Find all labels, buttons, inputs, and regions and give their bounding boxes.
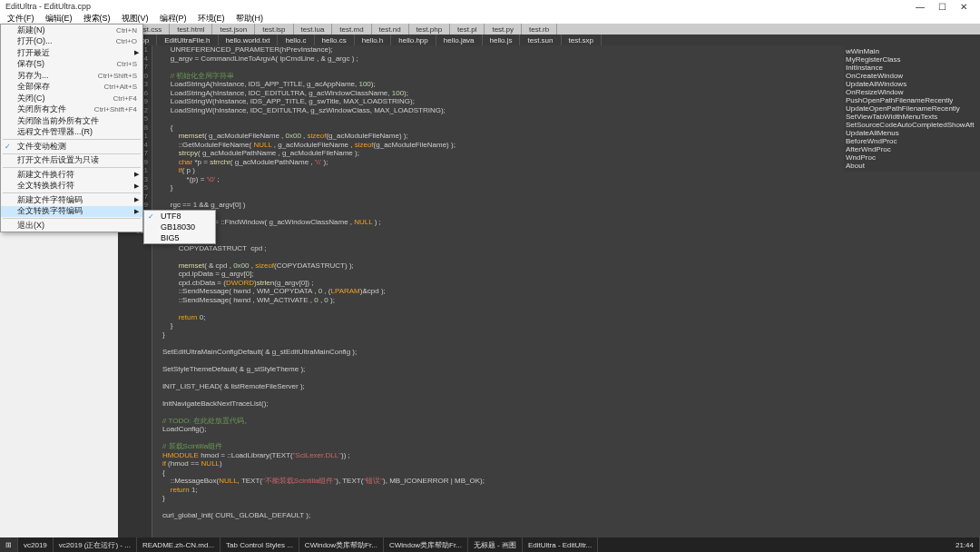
menu-row[interactable]: ✓文件变动检测 bbox=[1, 141, 142, 153]
subtab[interactable]: hello.world.txt bbox=[219, 34, 279, 45]
symbol-item[interactable]: OnCreateWindow bbox=[846, 72, 978, 80]
tab[interactable]: test.php bbox=[409, 24, 450, 34]
symbol-item[interactable]: About bbox=[846, 162, 978, 170]
shortcut: Ctrl+O bbox=[116, 37, 137, 45]
taskbar-item[interactable]: CWindow类库帮助Fr... bbox=[384, 537, 468, 552]
subtab[interactable]: test.sxp bbox=[562, 34, 603, 45]
file-tabs-top: test.ctest.cmaketest.cobaltest.csstest.h… bbox=[0, 24, 980, 34]
subtab[interactable]: hello.hpp bbox=[391, 34, 436, 45]
menu-row[interactable]: 新建文件字符编码▶ bbox=[1, 194, 142, 206]
symbol-item[interactable]: SetViewTabWidthMenuTexts bbox=[846, 113, 978, 121]
encoding-label: GB18030 bbox=[161, 222, 195, 232]
symbol-item[interactable]: OnResizeWindow bbox=[846, 88, 978, 96]
taskbar-item[interactable]: CWindow类库帮助Fr... bbox=[299, 537, 384, 552]
tab[interactable]: test.rb bbox=[522, 24, 557, 34]
menu-item[interactable]: 编辑(E) bbox=[40, 13, 78, 25]
app-title: EditUltra - EditUltra.cpp bbox=[5, 2, 91, 11]
menu-row[interactable]: 新建(N)Ctrl+N bbox=[1, 25, 142, 36]
tab[interactable]: test.pl bbox=[450, 24, 485, 34]
symbol-item[interactable]: MyRegisterClass bbox=[846, 55, 978, 64]
tab[interactable]: test.lsp bbox=[255, 24, 293, 34]
close-button[interactable]: ✕ bbox=[953, 2, 975, 12]
menu-label: 全部保存 bbox=[17, 81, 50, 93]
menu-row[interactable]: 全文转换字符编码▶ bbox=[1, 206, 142, 218]
menu-label: 关闭所有文件 bbox=[17, 104, 66, 115]
symbol-item[interactable]: wWinMain bbox=[846, 47, 978, 55]
tab[interactable]: test.py bbox=[485, 24, 522, 34]
menu-row[interactable]: 远程文件管理器...(R) bbox=[1, 127, 142, 139]
menu-label: 全文转换字符编码 bbox=[17, 205, 83, 217]
menu-row[interactable]: 打开(O)...Ctrl+O bbox=[1, 36, 142, 48]
menu-row[interactable]: 关闭除当前外所有文件 bbox=[1, 115, 142, 127]
subtab[interactable]: hello.h bbox=[355, 34, 392, 45]
menu-row[interactable]: 全文转换换行符▶ bbox=[1, 181, 142, 192]
symbol-item[interactable]: BeforeWndProc bbox=[846, 137, 978, 145]
symbol-item[interactable]: UpdateAllMenus bbox=[846, 129, 978, 137]
chevron-right-icon: ▶ bbox=[134, 182, 139, 190]
tab[interactable]: test.nd bbox=[372, 24, 409, 34]
subtab[interactable]: hello.c bbox=[278, 34, 314, 45]
tab[interactable]: test.html bbox=[170, 24, 212, 34]
tab[interactable]: test.json bbox=[212, 24, 255, 34]
taskbar-item[interactable]: vc2019 (正在运行) - ... bbox=[54, 537, 137, 552]
taskbar-item[interactable]: 无标题 - 画图 bbox=[468, 537, 523, 552]
symbol-item[interactable]: WndProc bbox=[846, 153, 978, 162]
menu-label: 打开文件后设置为只读 bbox=[17, 154, 99, 166]
symbol-item[interactable]: UpdateAllWindows bbox=[846, 80, 978, 88]
subtab[interactable]: hello.js bbox=[483, 34, 521, 45]
encoding-submenu[interactable]: ✓UTF8GB18030BIG5 bbox=[143, 210, 216, 244]
taskbar-clock[interactable]: 21:44 bbox=[950, 537, 980, 552]
taskbar-item[interactable]: README.zh-CN.md... bbox=[137, 537, 220, 552]
tab[interactable]: test.md bbox=[332, 24, 371, 34]
chevron-right-icon: ▶ bbox=[134, 171, 139, 178]
taskbar-item[interactable]: vc2019 bbox=[18, 537, 54, 552]
shortcut: Ctrl+Shift+F4 bbox=[94, 105, 137, 113]
symbol-item[interactable]: SetSourceCodeAutoCompletedShowAft bbox=[846, 121, 978, 129]
symbol-item[interactable]: UpdateOpenPathFilenameRecently bbox=[846, 104, 978, 113]
title-bar: EditUltra - EditUltra.cpp — ☐ ✕ bbox=[0, 0, 980, 13]
menu-label: 打开(O)... bbox=[17, 35, 53, 47]
menu-item[interactable]: 帮助(H) bbox=[230, 13, 270, 25]
encoding-option[interactable]: ✓UTF8 bbox=[144, 211, 215, 222]
symbol-item[interactable]: InitInstance bbox=[846, 64, 978, 72]
taskbar-item[interactable]: Tab Control Styles ... bbox=[220, 537, 299, 552]
menu-row[interactable]: 保存(S)Ctrl+S bbox=[1, 59, 142, 71]
taskbar-item[interactable]: EditUltra - EditUltr... bbox=[523, 537, 598, 552]
subtab[interactable]: hello.cs bbox=[315, 34, 355, 45]
shortcut: Ctrl+F4 bbox=[113, 94, 137, 103]
menu-item[interactable]: 视图(V) bbox=[116, 13, 154, 25]
menu-row[interactable]: 全部保存Ctrl+Alt+S bbox=[1, 82, 142, 94]
tab[interactable]: test.lua bbox=[294, 24, 333, 34]
menu-row[interactable]: 退出(X) bbox=[1, 220, 142, 232]
menu-item[interactable]: 环境(E) bbox=[192, 13, 230, 25]
encoding-label: UTF8 bbox=[161, 212, 181, 221]
file-menu-dropdown[interactable]: 新建(N)Ctrl+N打开(O)...Ctrl+O打开最近▶保存(S)Ctrl+… bbox=[0, 24, 143, 232]
menu-row[interactable]: 打开文件后设置为只读 bbox=[1, 155, 142, 167]
menu-label: 保存(S) bbox=[17, 58, 44, 70]
taskbar[interactable]: ⊞ vc2019vc2019 (正在运行) - ...README.zh-CN.… bbox=[0, 537, 980, 552]
shortcut: Ctrl+Shift+S bbox=[98, 72, 137, 80]
menu-row[interactable]: 打开最近▶ bbox=[1, 47, 142, 59]
menu-item[interactable]: 搜索(S) bbox=[78, 13, 116, 25]
check-icon: ✓ bbox=[148, 212, 154, 221]
symbol-item[interactable]: AfterWndProc bbox=[846, 145, 978, 153]
encoding-option[interactable]: BIG5 bbox=[144, 232, 215, 243]
menu-row[interactable]: 另存为...Ctrl+Shift+S bbox=[1, 70, 142, 82]
minimize-button[interactable]: — bbox=[909, 2, 931, 12]
maximize-button[interactable]: ☐ bbox=[931, 2, 953, 12]
subtab[interactable]: hello.java bbox=[436, 34, 483, 45]
subtab[interactable]: EditUltraFile.h bbox=[157, 34, 218, 45]
encoding-option[interactable]: GB18030 bbox=[144, 222, 215, 232]
symbol-panel[interactable]: wWinMainMyRegisterClassInitInstanceOnCre… bbox=[844, 45, 980, 172]
menu-item[interactable]: 编程(P) bbox=[154, 13, 192, 25]
menu-label: 关闭除当前外所有文件 bbox=[17, 115, 99, 127]
menu-row[interactable]: 关闭所有文件Ctrl+Shift+F4 bbox=[1, 104, 142, 116]
start-button[interactable]: ⊞ bbox=[0, 537, 18, 552]
menu-row[interactable]: 新建文件换行符▶ bbox=[1, 169, 142, 181]
symbol-item[interactable]: PushOpenPathFilenameRecently bbox=[846, 96, 978, 104]
subtab[interactable]: test.sun bbox=[520, 34, 561, 45]
menu-row[interactable]: 关闭(C)Ctrl+F4 bbox=[1, 93, 142, 104]
menu-label: 新建(N) bbox=[17, 25, 45, 36]
menu-item[interactable]: 文件(F) bbox=[2, 13, 40, 25]
chevron-right-icon: ▶ bbox=[134, 196, 139, 203]
